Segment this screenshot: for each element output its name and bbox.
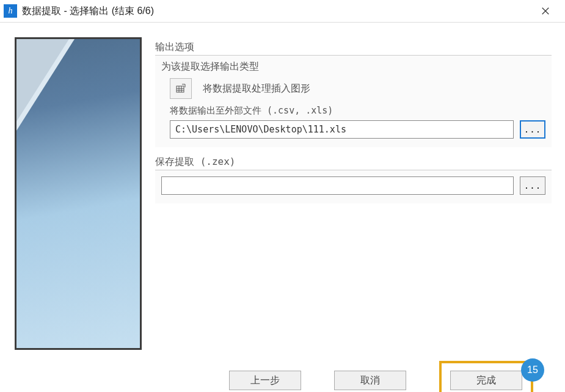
table-insert-icon — [176, 84, 186, 93]
titlebar: h 数据提取 - 选择输出 (结束 6/6) — [0, 0, 565, 22]
output-options-title: 输出选项 — [155, 41, 552, 55]
close-icon[interactable] — [533, 0, 558, 22]
browse-export-button[interactable]: ... — [520, 120, 545, 139]
save-path-input[interactable] — [161, 176, 514, 195]
export-path-input[interactable] — [170, 120, 514, 139]
insert-into-drawing-button[interactable] — [170, 78, 192, 99]
preview-panel — [15, 37, 142, 350]
prev-button[interactable]: 上一步 — [229, 371, 301, 390]
page-curl-icon — [16, 39, 75, 131]
svg-rect-2 — [177, 86, 184, 92]
browse-save-button[interactable]: ... — [520, 176, 545, 195]
window-title: 数据提取 - 选择输出 (结束 6/6) — [22, 5, 533, 18]
app-icon: h — [4, 4, 17, 18]
step-badge: 15 — [521, 358, 544, 382]
cancel-button[interactable]: 取消 — [334, 371, 406, 390]
insert-into-drawing-label: 将数据提取处理插入图形 — [203, 82, 310, 95]
dialog-content: 输出选项 为该提取选择输出类型 — [0, 22, 565, 392]
output-type-subtitle: 为该提取选择输出类型 — [161, 60, 545, 73]
finish-highlight: 完成 15 — [439, 361, 533, 392]
form-area: 输出选项 为该提取选择输出类型 — [155, 37, 552, 350]
output-options-group: 输出选项 为该提取选择输出类型 — [155, 41, 552, 147]
export-file-label: 将数据输出至外部文件 (.csv, .xls) — [170, 105, 545, 117]
save-extract-title: 保存提取 (.zex) — [155, 156, 552, 170]
finish-button[interactable]: 完成 — [450, 371, 522, 390]
footer-buttons: 上一步 取消 完成 15 — [15, 361, 552, 392]
save-extract-group: 保存提取 (.zex) ... — [155, 156, 552, 203]
